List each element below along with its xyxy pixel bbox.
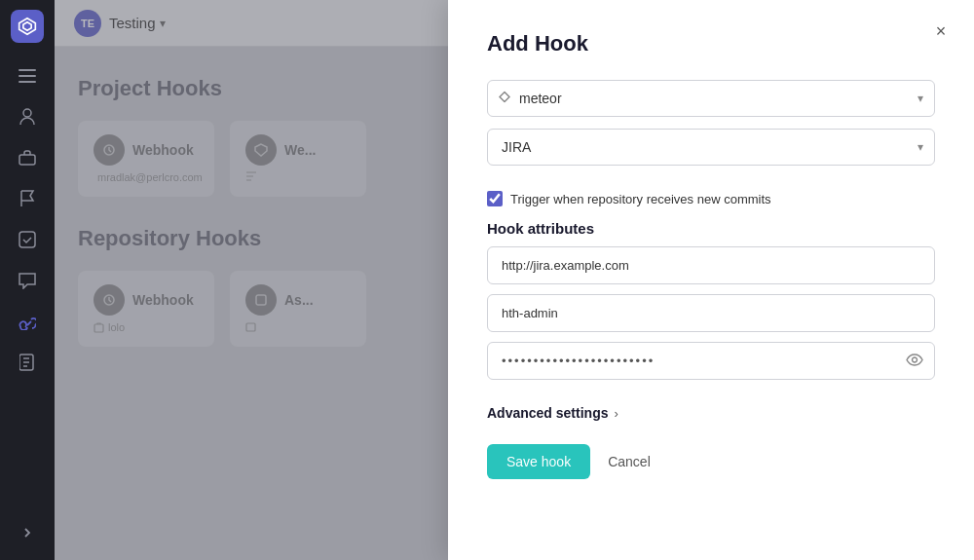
type-select[interactable]: JIRA Webhook Slack <box>487 129 935 166</box>
trigger-label: Trigger when repository receives new com… <box>510 192 771 206</box>
url-input[interactable] <box>487 246 935 284</box>
trigger-checkbox-row: Trigger when repository receives new com… <box>487 191 935 206</box>
svg-rect-4 <box>19 81 36 83</box>
modal-backdrop[interactable] <box>55 0 448 560</box>
svg-point-14 <box>913 357 918 362</box>
add-hook-modal: × Add Hook meteor github gitlab ▾ JIRA W… <box>448 0 974 560</box>
svg-rect-2 <box>19 69 36 71</box>
trigger-checkbox[interactable] <box>487 191 503 206</box>
action-row: Save hook Cancel <box>487 444 935 479</box>
svg-marker-0 <box>19 19 36 35</box>
check-icon[interactable] <box>10 222 45 257</box>
svg-rect-3 <box>19 75 36 77</box>
svg-rect-6 <box>19 155 35 165</box>
password-input[interactable] <box>487 342 935 380</box>
book-icon[interactable] <box>10 345 45 380</box>
advanced-settings-row[interactable]: Advanced settings › <box>487 405 935 421</box>
svg-rect-7 <box>19 232 35 247</box>
flag-icon[interactable] <box>10 181 45 216</box>
hook-attributes-label: Hook attributes <box>487 220 935 237</box>
expand-icon[interactable] <box>10 515 45 550</box>
type-select-wrapper: JIRA Webhook Slack ▾ <box>487 129 935 166</box>
briefcase-icon[interactable] <box>10 140 45 175</box>
modal-overlay: × Add Hook meteor github gitlab ▾ JIRA W… <box>55 0 974 560</box>
sidebar-logo[interactable] <box>11 10 44 43</box>
username-input-wrapper <box>487 294 935 332</box>
show-password-icon[interactable] <box>906 353 923 370</box>
svg-point-5 <box>23 109 31 117</box>
user-icon[interactable] <box>10 99 45 134</box>
modal-close-button[interactable]: × <box>927 18 955 45</box>
menu-icon[interactable] <box>10 58 45 93</box>
cancel-button[interactable]: Cancel <box>602 444 656 479</box>
service-select[interactable]: meteor github gitlab <box>487 80 935 117</box>
service-select-wrapper: meteor github gitlab ▾ <box>487 80 935 117</box>
password-input-wrapper <box>487 342 935 380</box>
modal-title: Add Hook <box>487 31 935 56</box>
advanced-settings-label: Advanced settings <box>487 405 608 421</box>
svg-marker-1 <box>23 22 31 30</box>
save-hook-button[interactable]: Save hook <box>487 444 590 479</box>
link-icon[interactable] <box>10 304 45 339</box>
main-content: TE Testing ▾ Project Hooks Webhook mradl… <box>55 0 974 560</box>
chat-icon[interactable] <box>10 263 45 298</box>
sidebar <box>0 0 55 560</box>
username-input[interactable] <box>487 294 935 332</box>
url-input-wrapper <box>487 246 935 284</box>
advanced-settings-chevron-icon: › <box>614 406 618 421</box>
